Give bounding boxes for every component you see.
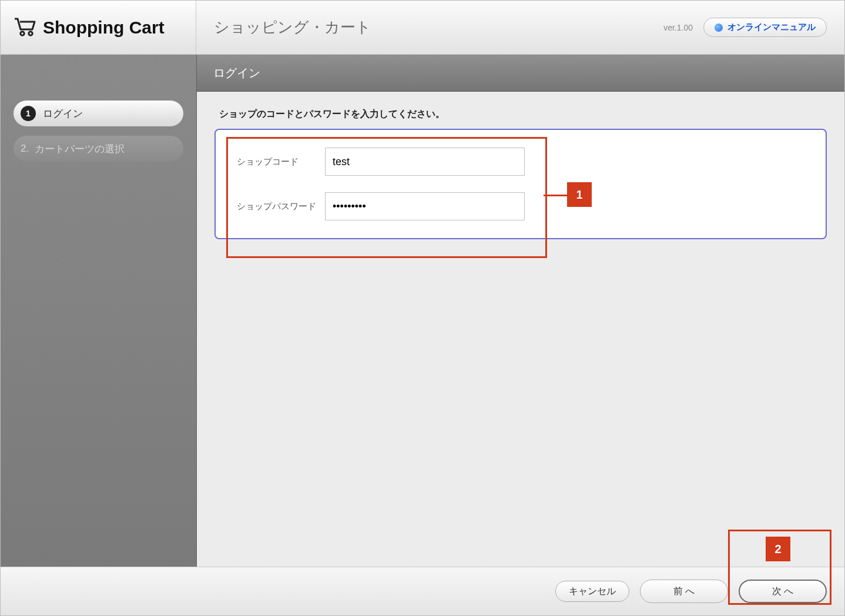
shop-code-row: ショップコード — [237, 148, 804, 176]
callout-1-connector — [544, 195, 567, 196]
sidebar-step-login[interactable]: 1 ログイン — [14, 101, 183, 126]
body: 1 ログイン 2. カートパーツの選択 ログイン ショップのコードとパスワードを… — [1, 55, 844, 567]
header-brand: Shopping Cart — [1, 1, 196, 55]
version-label: ver.1.00 — [663, 23, 693, 32]
sidebar-step-label: カートパーツの選択 — [35, 142, 125, 156]
callout-2-label: 2 — [766, 537, 790, 561]
section-header: ログイン — [197, 55, 844, 92]
online-manual-button[interactable]: オンラインマニュアル — [703, 18, 827, 37]
shop-password-row: ショップパスワード — [237, 192, 804, 220]
app-title: Shopping Cart — [43, 18, 165, 38]
sidebar-step-label: ログイン — [43, 107, 83, 120]
svg-point-1 — [29, 31, 32, 35]
shop-password-label: ショップパスワード — [237, 201, 325, 212]
next-button[interactable]: 次 へ — [739, 580, 827, 603]
step-number: 2. — [21, 143, 29, 155]
header-meta: ver.1.00 オンラインマニュアル — [663, 18, 827, 37]
section-title: ログイン — [213, 65, 260, 81]
header: Shopping Cart ショッピング・カート ver.1.00 オンラインマ… — [1, 1, 844, 55]
app-window: Shopping Cart ショッピング・カート ver.1.00 オンラインマ… — [0, 0, 845, 616]
content: ショップのコードとパスワードを入力してください。 ショップコード ショップパスワ… — [197, 92, 844, 256]
sidebar-step-cart-parts[interactable]: 2. カートパーツの選択 — [14, 136, 183, 162]
globe-icon — [715, 24, 723, 32]
cart-icon — [14, 16, 37, 39]
callout-1-label: 1 — [567, 182, 592, 207]
online-manual-label: オンラインマニュアル — [727, 22, 816, 33]
instruction-text: ショップのコードとパスワードを入力してください。 — [219, 108, 827, 120]
prev-button[interactable]: 前 へ — [640, 580, 728, 603]
step-number-badge: 1 — [21, 106, 36, 121]
footer: キャンセル 前 へ 次 へ — [1, 567, 844, 615]
main: ログイン ショップのコードとパスワードを入力してください。 ショップコード ショ… — [197, 55, 844, 567]
svg-point-0 — [21, 31, 24, 35]
shop-code-label: ショップコード — [237, 156, 325, 168]
login-form-panel: ショップコード ショップパスワード — [214, 129, 827, 239]
header-main: ショッピング・カート ver.1.00 オンラインマニュアル — [196, 1, 844, 55]
cancel-button[interactable]: キャンセル — [555, 581, 629, 602]
shop-code-input[interactable] — [325, 148, 525, 176]
page-title: ショッピング・カート — [214, 17, 371, 38]
shop-password-input[interactable] — [325, 192, 525, 220]
sidebar: 1 ログイン 2. カートパーツの選択 — [1, 55, 197, 567]
